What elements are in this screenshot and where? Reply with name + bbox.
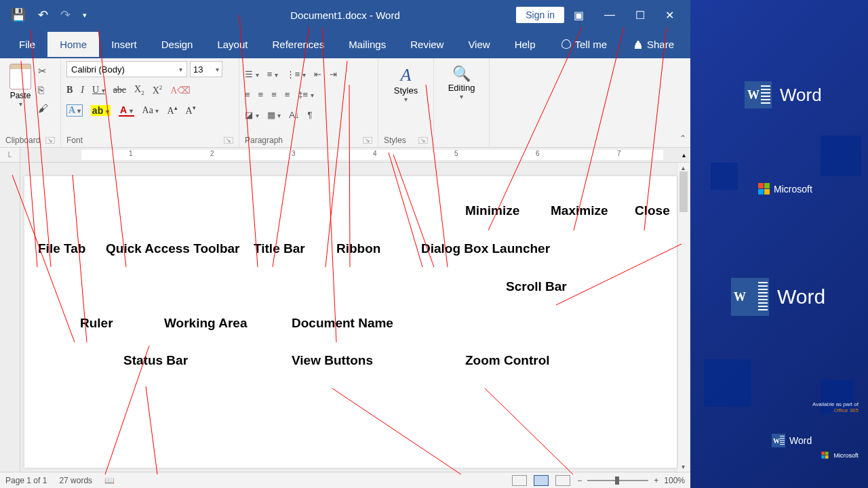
editing-label	[439, 134, 484, 147]
group-font: Calibri (Body)▾ 13▾ B I U ▾ abc X2 X2 A⌫…	[61, 58, 239, 147]
vertical-ruler[interactable]	[0, 163, 20, 472]
sidebar-ms-label: Microsoft	[774, 184, 812, 195]
tab-help[interactable]: Help	[502, 32, 548, 57]
zoom-level[interactable]: 100%	[664, 476, 685, 485]
multilevel-button[interactable]: ⋮≡ ▾	[286, 69, 306, 79]
tab-mailings[interactable]: Mailings	[336, 32, 398, 57]
styles-button[interactable]: A Styles ▾	[384, 65, 428, 134]
document-area: Minimize Maximize Close File Tab Quick A…	[0, 163, 690, 472]
customize-qat-icon[interactable]: ▾	[83, 11, 87, 20]
paragraph-dialog-launcher[interactable]: ↘	[363, 137, 372, 144]
grow-font-button[interactable]: A▴	[167, 104, 177, 117]
superscript-button[interactable]: X2	[153, 84, 163, 96]
tab-review[interactable]: Review	[398, 32, 456, 57]
decrease-indent-button[interactable]: ⇤	[314, 69, 321, 79]
ribbon-display-icon[interactable]: ▣	[574, 9, 584, 22]
tab-home[interactable]: Home	[47, 32, 99, 57]
scroll-thumb[interactable]	[679, 171, 688, 212]
paste-icon	[9, 64, 31, 89]
redo-icon[interactable]: ↷	[60, 7, 71, 22]
font-name-select[interactable]: Calibri (Body)▾	[66, 61, 187, 77]
tab-layout[interactable]: Layout	[205, 32, 260, 57]
zoom-out-button[interactable]: −	[577, 476, 582, 485]
shrink-font-button[interactable]: A▾	[186, 104, 196, 117]
bullets-button[interactable]: ☰ ▾	[245, 69, 259, 79]
increase-indent-button[interactable]: ⇥	[330, 69, 337, 79]
show-marks-button[interactable]: ¶	[307, 110, 312, 120]
horizontal-ruler[interactable]: 1 2 3 4 5 6 7	[20, 148, 677, 162]
justify-button[interactable]: ≡	[285, 89, 290, 100]
tab-design[interactable]: Design	[149, 32, 205, 57]
zoom-slider[interactable]	[587, 480, 648, 481]
anno-ribbon: Ribbon	[336, 241, 380, 256]
spell-check-icon[interactable]: 📖	[104, 476, 115, 485]
find-icon: 🔍	[439, 65, 484, 83]
signin-button[interactable]: Sign in	[516, 7, 564, 23]
share-button[interactable]: Share	[624, 39, 684, 50]
editing-button[interactable]: 🔍 Editing ▾	[439, 65, 484, 134]
read-mode-button[interactable]	[512, 475, 527, 486]
cut-icon[interactable]: ✂	[38, 65, 48, 77]
ribbon-tabs: File Home Insert Design Layout Reference…	[0, 30, 690, 58]
font-dialog-launcher[interactable]: ↘	[224, 137, 233, 144]
zoom-in-button[interactable]: +	[654, 476, 658, 485]
anno-file-tab: File Tab	[38, 241, 85, 256]
format-painter-icon[interactable]: 🖌	[38, 102, 48, 114]
styles-big-label: Styles	[384, 85, 428, 96]
align-right-button[interactable]: ≡	[271, 89, 277, 100]
clear-format-icon[interactable]: A⌫	[170, 85, 191, 96]
group-editing: 🔍 Editing ▾	[434, 58, 490, 147]
strikethrough-button[interactable]: abc	[113, 85, 126, 96]
italic-button[interactable]: I	[81, 85, 84, 96]
align-left-button[interactable]: ≡	[245, 89, 250, 100]
vertical-scrollbar[interactable]: ▴▾	[677, 163, 689, 472]
bold-button[interactable]: B	[66, 85, 73, 96]
sidebar-word-logo-1: Word	[745, 81, 822, 108]
word-count[interactable]: 27 words	[59, 476, 92, 485]
clipboard-dialog-launcher[interactable]: ↘	[45, 137, 55, 144]
group-clipboard: Paste ▾ ✂ ⎘ 🖌 Clipboard↘	[0, 58, 61, 147]
copy-icon[interactable]: ⎘	[38, 84, 48, 96]
sort-button[interactable]: A↓	[289, 110, 299, 120]
tab-file[interactable]: File	[7, 32, 47, 57]
page-number[interactable]: Page 1 of 1	[5, 476, 47, 485]
save-icon[interactable]: 💾	[11, 7, 26, 22]
document-title: Document1.docx - Word	[290, 9, 399, 21]
undo-icon[interactable]: ↶	[38, 7, 48, 22]
ruler-scroll-icon[interactable]: ▴	[677, 148, 690, 162]
tellme-box[interactable]: Tell me	[553, 39, 616, 50]
paragraph-label: Paragraph	[245, 136, 283, 145]
styles-dialog-launcher[interactable]: ↘	[418, 137, 428, 144]
font-size-select[interactable]: 13▾	[190, 61, 222, 77]
web-layout-button[interactable]	[555, 475, 570, 486]
styles-icon: A	[384, 65, 428, 85]
numbering-button[interactable]: ≡ ▾	[267, 69, 278, 79]
font-color-button[interactable]: A ▾	[119, 104, 134, 117]
change-case-button[interactable]: Aa ▾	[142, 105, 159, 116]
line-spacing-button[interactable]: ‡≡ ▾	[298, 89, 313, 100]
status-bar: Page 1 of 1 27 words 📖 − + 100%	[0, 472, 690, 488]
close-button[interactable]: ✕	[665, 9, 674, 22]
minimize-button[interactable]: —	[604, 9, 615, 21]
tab-insert[interactable]: Insert	[99, 32, 149, 57]
styles-label: Styles	[384, 136, 406, 145]
highlight-button[interactable]: ab ▾	[91, 105, 111, 116]
anno-status: Status Bar	[123, 353, 188, 368]
shading-button[interactable]: ◪ ▾	[245, 110, 259, 120]
text-effects-button[interactable]: A ▾	[66, 104, 83, 117]
working-area[interactable]: Minimize Maximize Close File Tab Quick A…	[24, 176, 677, 468]
subscript-button[interactable]: X2	[134, 84, 144, 96]
print-layout-button[interactable]	[534, 475, 549, 486]
tab-view[interactable]: View	[456, 32, 502, 57]
paste-button[interactable]: Paste ▾	[5, 61, 35, 134]
view-buttons: − + 100%	[512, 475, 685, 486]
bulb-icon	[561, 39, 571, 49]
underline-button[interactable]: U ▾	[92, 85, 105, 96]
sidebar-word-label: Word	[789, 435, 812, 446]
collapse-ribbon-button[interactable]: ⌃	[679, 134, 686, 143]
align-center-button[interactable]: ≡	[258, 89, 264, 100]
quick-access-toolbar: 💾 ↶ ↷ ▾	[0, 7, 87, 22]
borders-button[interactable]: ▦ ▾	[267, 110, 281, 120]
tab-references[interactable]: References	[260, 32, 336, 57]
maximize-button[interactable]: ☐	[635, 9, 645, 22]
